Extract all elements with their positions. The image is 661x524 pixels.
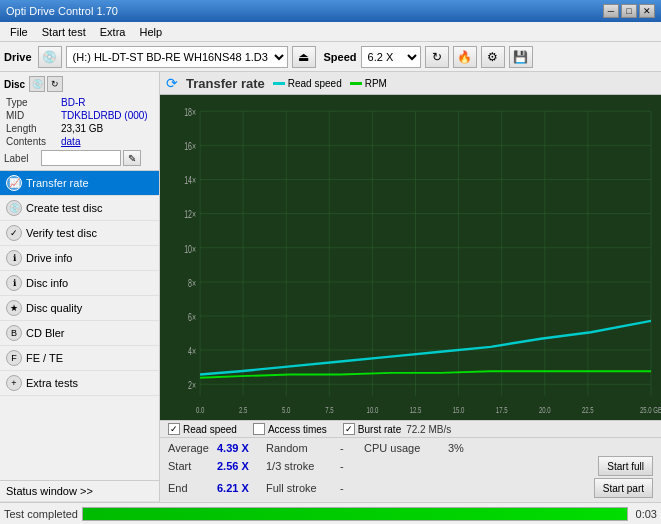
status-text: Test completed: [4, 508, 78, 520]
svg-text:5.0: 5.0: [282, 405, 291, 416]
nav-item-transfer-rate[interactable]: 📈 Transfer rate: [0, 171, 159, 196]
nav-label-disc-quality: Disc quality: [26, 302, 82, 314]
legend-rpm-label: RPM: [365, 78, 387, 89]
save-button[interactable]: 💾: [509, 46, 533, 68]
drive-toolbar: Drive 💿 (H:) HL-DT-ST BD-RE WH16NS48 1.D…: [0, 42, 661, 72]
status-window-btn[interactable]: Status window >>: [0, 481, 159, 502]
drive-icon-btn[interactable]: 💿: [38, 46, 62, 68]
label-input[interactable]: [41, 150, 121, 166]
nav-item-fe-te[interactable]: F FE / TE: [0, 346, 159, 371]
nav-item-drive-info[interactable]: ℹ Drive info: [0, 246, 159, 271]
burst-rate-checkbox[interactable]: ✓: [343, 423, 355, 435]
nav-item-verify-test-disc[interactable]: ✓ Verify test disc: [0, 221, 159, 246]
type-value: BD-R: [59, 96, 155, 109]
nav-label-disc-info: Disc info: [26, 277, 68, 289]
legend-read-speed: Read speed: [273, 78, 342, 89]
nav-item-create-test-disc[interactable]: 💿 Create test disc: [0, 196, 159, 221]
nav-label-verify-test-disc: Verify test disc: [26, 227, 97, 239]
access-times-checkbox[interactable]: [253, 423, 265, 435]
svg-text:16×: 16×: [184, 139, 196, 152]
eject-button[interactable]: ⏏: [292, 46, 316, 68]
start-value: 2.56 X: [217, 460, 262, 472]
read-speed-checkbox[interactable]: ✓: [168, 423, 180, 435]
create-test-icon: 💿: [6, 200, 22, 216]
status-time: 0:03: [636, 508, 657, 520]
svg-text:18×: 18×: [184, 105, 196, 118]
svg-text:6×: 6×: [188, 310, 196, 323]
legend-read-speed-label: Read speed: [288, 78, 342, 89]
cd-bler-icon: B: [6, 325, 22, 341]
svg-text:22.5: 22.5: [582, 405, 594, 416]
svg-text:0.0: 0.0: [196, 405, 205, 416]
stats-row-2: Start 2.56 X 1/3 stroke - Start full: [168, 455, 653, 477]
disc-fields: Type BD-R MID TDKBLDRBD (000) Length 23,…: [4, 96, 155, 166]
svg-text:7.5: 7.5: [325, 405, 334, 416]
mid-label: MID: [4, 109, 59, 122]
svg-text:15.0: 15.0: [453, 405, 465, 416]
end-label: End: [168, 482, 213, 494]
status-bar: Test completed 0:03: [0, 502, 661, 524]
burn-button[interactable]: 🔥: [453, 46, 477, 68]
chart-icon: ⟳: [166, 75, 178, 91]
speed-label: Speed: [324, 51, 357, 63]
settings-button[interactable]: ⚙: [481, 46, 505, 68]
nav-label-fe-te: FE / TE: [26, 352, 63, 364]
stroke-value: -: [340, 460, 360, 472]
stats-row-1: Average 4.39 X Random - CPU usage 3%: [168, 441, 653, 455]
start-part-button[interactable]: Start part: [594, 478, 653, 498]
length-label: Length: [4, 122, 59, 135]
main-content: Disc 💿 ↻ Type BD-R MID TDKBLDRBD (000): [0, 72, 661, 502]
contents-value[interactable]: data: [59, 135, 155, 148]
refresh-button[interactable]: ↻: [425, 46, 449, 68]
mid-value: TDKBLDRBD (000): [59, 109, 155, 122]
access-times-check-label: Access times: [268, 424, 327, 435]
burst-rate-check-item: ✓ Burst rate 72.2 MB/s: [343, 423, 451, 435]
nav-label-transfer-rate: Transfer rate: [26, 177, 89, 189]
svg-text:17.5: 17.5: [496, 405, 508, 416]
fe-te-icon: F: [6, 350, 22, 366]
menu-file[interactable]: File: [4, 24, 34, 40]
nav-item-cd-bler[interactable]: B CD Bler: [0, 321, 159, 346]
label-edit-btn[interactable]: ✎: [123, 150, 141, 166]
label-row: Label ✎: [4, 150, 155, 166]
svg-text:25.0 GB: 25.0 GB: [640, 405, 661, 416]
status-window-label: Status window >>: [6, 485, 93, 497]
full-stroke-label: Full stroke: [266, 482, 336, 494]
nav-item-disc-quality[interactable]: ★ Disc quality: [0, 296, 159, 321]
extra-tests-icon: +: [6, 375, 22, 391]
disc-icon-btn[interactable]: 💿: [29, 76, 45, 92]
nav-label-drive-info: Drive info: [26, 252, 72, 264]
disc-panel: Disc 💿 ↻ Type BD-R MID TDKBLDRBD (000): [0, 72, 159, 171]
window-controls: ─ □ ✕: [603, 4, 655, 18]
drive-select[interactable]: (H:) HL-DT-ST BD-RE WH16NS48 1.D3: [66, 46, 288, 68]
svg-text:14×: 14×: [184, 174, 196, 187]
speed-select[interactable]: 6.2 X: [361, 46, 421, 68]
menu-extra[interactable]: Extra: [94, 24, 132, 40]
read-speed-check-item: ✓ Read speed: [168, 423, 237, 435]
minimize-button[interactable]: ─: [603, 4, 619, 18]
menu-bar: File Start test Extra Help: [0, 22, 661, 42]
cpu-usage-label: CPU usage: [364, 442, 444, 454]
stroke-label: 1/3 stroke: [266, 460, 336, 472]
maximize-button[interactable]: □: [621, 4, 637, 18]
menu-start-test[interactable]: Start test: [36, 24, 92, 40]
length-value: 23,31 GB: [59, 122, 155, 135]
nav-item-extra-tests[interactable]: + Extra tests: [0, 371, 159, 396]
disc-refresh-btn[interactable]: ↻: [47, 76, 63, 92]
svg-text:12.5: 12.5: [410, 405, 422, 416]
end-value: 6.21 X: [217, 482, 262, 494]
svg-text:4×: 4×: [188, 344, 196, 357]
svg-text:2×: 2×: [188, 378, 196, 391]
transfer-rate-icon: 📈: [6, 175, 22, 191]
disc-quality-icon: ★: [6, 300, 22, 316]
menu-help[interactable]: Help: [133, 24, 168, 40]
average-value: 4.39 X: [217, 442, 262, 454]
start-full-button[interactable]: Start full: [598, 456, 653, 476]
close-button[interactable]: ✕: [639, 4, 655, 18]
average-label: Average: [168, 442, 213, 454]
disc-header: Disc 💿 ↻: [4, 76, 155, 92]
checkbox-row: ✓ Read speed Access times ✓ Burst rate 7…: [160, 420, 661, 438]
title-bar: Opti Drive Control 1.70 ─ □ ✕: [0, 0, 661, 22]
nav-item-disc-info[interactable]: ℹ Disc info: [0, 271, 159, 296]
svg-text:2.5: 2.5: [239, 405, 248, 416]
